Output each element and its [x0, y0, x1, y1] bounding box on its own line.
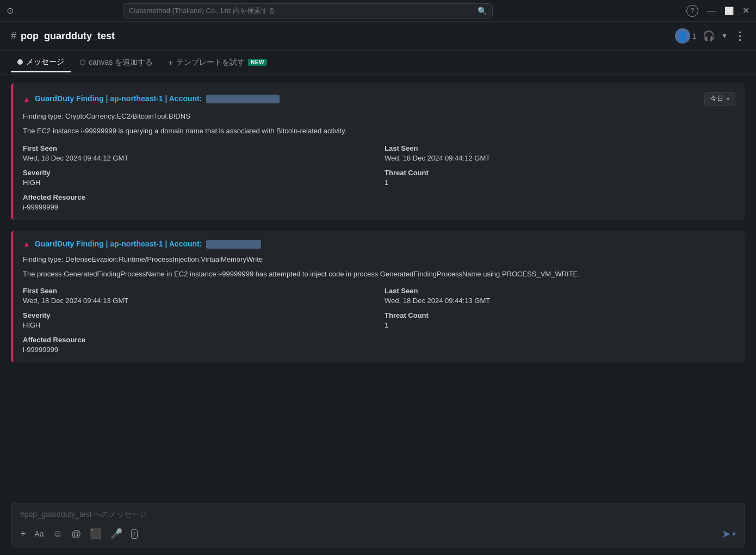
messages-area: ▲ GuardDuty Finding | ap-northeast-1 | A… [0, 75, 756, 496]
severity-value-1: HIGH [23, 178, 374, 187]
message-input-placeholder[interactable]: #pop_guardduty_test へのメッセージ [20, 510, 736, 520]
help-icon[interactable]: ? [686, 5, 698, 17]
redacted-account-1: ██████████████ [206, 95, 280, 103]
severity-2: Severity HIGH [23, 311, 374, 329]
affected-resource-1: Affected Resource i-99999999 [23, 193, 735, 211]
avatar: 👤 [675, 28, 690, 44]
voice-button[interactable]: 🎤 [110, 528, 122, 540]
more-options-icon[interactable]: ⋮ [734, 29, 745, 42]
affected-resource-2: Affected Resource i-99999999 [23, 336, 735, 354]
channel-header-right: 👤 1 🎧 ▼ ⋮ [675, 28, 745, 44]
chevron-down-icon[interactable]: ▼ [721, 32, 728, 40]
image-button[interactable]: ⬛ [90, 528, 102, 540]
first-seen-value-1: Wed, 18 Dec 2024 09:44:12 GMT [23, 154, 374, 162]
last-seen-value-2: Wed, 18 Dec 2024 09:44:13 GMT [385, 297, 735, 305]
channel-name: pop_guardduty_test [21, 30, 115, 42]
affected-resource-label-2: Affected Resource [23, 336, 735, 344]
finding-desc-1: The EC2 instance i-99999999 is querying … [23, 126, 735, 137]
channel-header: # pop_guardduty_test 👤 1 🎧 ▼ ⋮ [0, 22, 756, 51]
redacted-account-2: ██████████ [206, 240, 261, 249]
date-badge-1[interactable]: 今日 ▾ [704, 92, 735, 106]
window-controls: ? — ⬜ ✕ [686, 5, 749, 17]
plus-icon: + [168, 58, 173, 67]
chevron-down-icon-1: ▾ [727, 96, 729, 102]
channel-title: # pop_guardduty_test [11, 30, 115, 42]
slash-button[interactable]: / [131, 529, 138, 539]
last-seen-value-1: Wed, 18 Dec 2024 09:44:12 GMT [385, 154, 735, 162]
severity-1: Severity HIGH [23, 169, 374, 187]
message-title-1: GuardDuty Finding | ap-northeast-1 | Acc… [35, 94, 280, 103]
new-badge: NEW [248, 59, 267, 66]
last-seen-label-2: Last Seen [385, 287, 735, 295]
date-badge-label-1: 今日 [710, 94, 723, 103]
threat-count-2: Threat Count 1 [385, 311, 735, 329]
finding-type-value-1: CryptoCurrency:EC2/BitcoinTool.B!DNS [65, 112, 190, 120]
threat-count-label-2: Threat Count [385, 311, 735, 319]
severity-label-1: Severity [23, 169, 374, 177]
member-avatars[interactable]: 👤 1 [675, 28, 696, 44]
alert-icon-1: ▲ [23, 95, 30, 103]
message-card-1: ▲ GuardDuty Finding | ap-northeast-1 | A… [11, 83, 745, 220]
severity-label-2: Severity [23, 311, 374, 319]
global-search[interactable]: 🔍 [123, 3, 493, 18]
send-group: ➤ ▾ [722, 527, 736, 540]
finding-type-value-2: DefenseEvasion:Runtime/ProcessInjection.… [65, 255, 263, 263]
finding-type-1: Finding type: CryptoCurrency:EC2/Bitcoin… [23, 112, 735, 120]
first-seen-label-1: First Seen [23, 144, 374, 152]
tab-messages[interactable]: メッセージ [11, 53, 71, 72]
message-card-2: ▲ GuardDuty Finding | ap-northeast-1 | A… [11, 231, 745, 363]
message-input-box[interactable]: #pop_guardduty_test へのメッセージ + Aa ☺ @ ⬛ 🎤… [11, 503, 745, 547]
first-seen-value-2: Wed, 18 Dec 2024 09:44:13 GMT [23, 297, 374, 305]
severity-value-2: HIGH [23, 321, 374, 329]
message-header-2: ▲ GuardDuty Finding | ap-northeast-1 | A… [23, 239, 735, 249]
last-seen-1: Last Seen Wed, 18 Dec 2024 09:44:12 GMT [385, 144, 735, 162]
send-options-button[interactable]: ▾ [732, 529, 736, 538]
title-prefix-2: GuardDuty Finding | ap-northeast-1 | Acc… [35, 239, 202, 248]
member-count: 1 [692, 32, 696, 40]
last-seen-2: Last Seen Wed, 18 Dec 2024 09:44:13 GMT [385, 287, 735, 305]
canvas-icon: ⬡ [79, 58, 85, 66]
search-icon: 🔍 [478, 7, 487, 15]
tab-canvas-label: canvas を追加する [89, 58, 153, 67]
tab-bar: メッセージ ⬡ canvas を追加する + テンプレートを試す NEW [0, 51, 756, 75]
text-format-button[interactable]: Aa [35, 529, 44, 538]
alert-icon-2: ▲ [23, 239, 30, 248]
details-grid-1: First Seen Wed, 18 Dec 2024 09:44:12 GMT… [23, 144, 735, 211]
finding-type-2: Finding type: DefenseEvasion:Runtime/Pro… [23, 255, 735, 263]
first-seen-2: First Seen Wed, 18 Dec 2024 09:44:13 GMT [23, 287, 374, 305]
search-input[interactable] [129, 7, 478, 15]
message-title-2: GuardDuty Finding | ap-northeast-1 | Acc… [35, 239, 261, 249]
mention-button[interactable]: @ [71, 528, 81, 540]
message-header-1: ▲ GuardDuty Finding | ap-northeast-1 | A… [23, 92, 735, 106]
threat-count-1: Threat Count 1 [385, 169, 735, 187]
minimize-button[interactable]: — [707, 6, 716, 16]
headphone-icon[interactable]: 🎧 [703, 30, 715, 42]
tab-canvas[interactable]: ⬡ canvas を追加する [73, 53, 159, 72]
first-seen-label-2: First Seen [23, 287, 374, 295]
titlebar: ⊙ 🔍 ? — ⬜ ✕ [0, 0, 756, 22]
threat-count-value-2: 1 [385, 321, 735, 329]
finding-type-label-1: Finding type: [23, 112, 63, 120]
back-button[interactable]: ⊙ [7, 5, 26, 16]
tab-template-label: テンプレートを試す [176, 58, 245, 67]
send-button[interactable]: ➤ [722, 527, 731, 540]
affected-resource-value-2: i-99999999 [23, 346, 735, 354]
maximize-button[interactable]: ⬜ [724, 7, 734, 15]
close-button[interactable]: ✕ [742, 5, 749, 16]
title-prefix-1: GuardDuty Finding | ap-northeast-1 | Acc… [35, 94, 202, 103]
tab-messages-icon [17, 59, 23, 65]
affected-resource-value-1: i-99999999 [23, 203, 735, 211]
finding-desc-2: The process GeneratedFindingProcessName … [23, 269, 735, 280]
threat-count-value-1: 1 [385, 178, 735, 187]
threat-count-label-1: Threat Count [385, 169, 735, 177]
tab-messages-label: メッセージ [26, 57, 64, 67]
affected-resource-label-1: Affected Resource [23, 193, 735, 201]
emoji-button[interactable]: ☺ [53, 528, 63, 540]
tab-template[interactable]: + テンプレートを試す NEW [162, 53, 274, 72]
details-grid-2: First Seen Wed, 18 Dec 2024 09:44:13 GMT… [23, 287, 735, 354]
hash-symbol: # [11, 30, 16, 42]
add-tool-button[interactable]: + [20, 528, 26, 540]
message-input-area: #pop_guardduty_test へのメッセージ + Aa ☺ @ ⬛ 🎤… [0, 496, 756, 555]
finding-type-label-2: Finding type: [23, 255, 63, 263]
first-seen-1: First Seen Wed, 18 Dec 2024 09:44:12 GMT [23, 144, 374, 162]
